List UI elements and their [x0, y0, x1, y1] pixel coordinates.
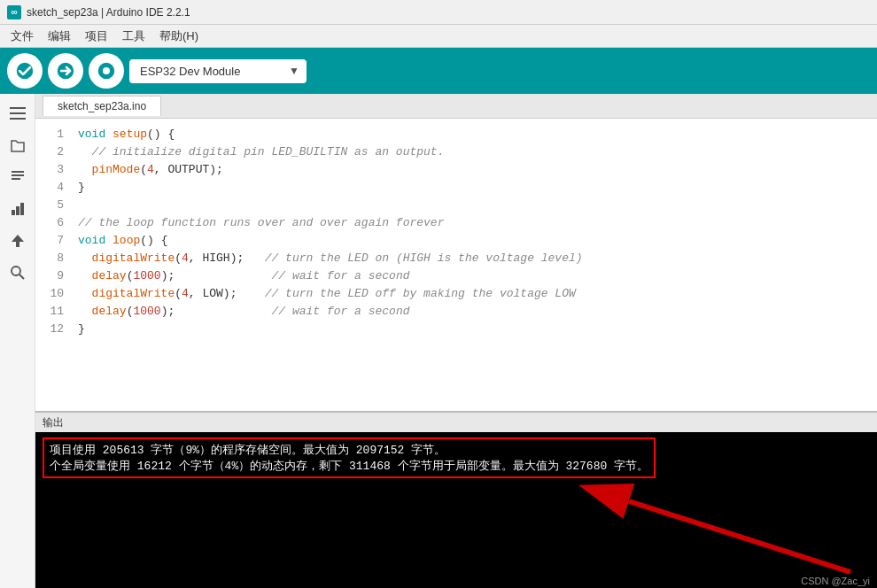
output-text-block: 项目使用 205613 字节（9%）的程序存储空间。最大值为 2097152 字… [43, 437, 656, 478]
svg-rect-7 [12, 171, 24, 173]
code-line: 6 // the loop function runs over and ove… [35, 214, 877, 232]
upload-icon [56, 61, 75, 81]
svg-point-14 [12, 267, 20, 275]
menu-bar: 文件 编辑 项目 工具 帮助(H) [0, 25, 877, 48]
code-line: 11 delay(1000); // wait for a second [35, 303, 877, 321]
svg-rect-4 [10, 107, 26, 109]
code-line: 7 void loop() { [35, 232, 877, 250]
code-line: 9 delay(1000); // wait for a second [35, 267, 877, 285]
file-tab-item[interactable]: sketch_sep23a.ino [43, 96, 161, 116]
sidebar-icon-menu[interactable] [5, 101, 30, 126]
board-select-container[interactable]: ESP32 Dev Module Arduino Uno Arduino Meg… [129, 59, 307, 83]
output-section: 输出 项目使用 205613 字节（9%）的程序存储空间。最大值为 209715… [35, 411, 877, 588]
code-editor[interactable]: 1 void setup() { 2 // initialize digital… [35, 119, 877, 411]
code-line: 5 [35, 197, 877, 214]
svg-rect-8 [12, 174, 24, 176]
debug-icon [97, 61, 116, 81]
board-select[interactable]: ESP32 Dev Module Arduino Uno Arduino Meg… [129, 59, 307, 83]
menu-project[interactable]: 项目 [78, 27, 115, 46]
sidebar-icon-files[interactable] [5, 133, 30, 158]
editor-container: sketch_sep23a.ino 1 void setup() { 2 // … [35, 94, 877, 588]
svg-rect-10 [12, 210, 15, 215]
svg-line-15 [19, 275, 24, 279]
code-line: 8 digitalWrite(4, HIGH); // turn the LED… [35, 250, 877, 267]
verify-icon [15, 61, 35, 81]
verify-button[interactable] [7, 53, 43, 89]
upload-button[interactable] [48, 53, 83, 89]
edit-icon [10, 169, 26, 185]
window-title: sketch_sep23a | Arduino IDE 2.2.1 [27, 6, 190, 19]
svg-rect-6 [10, 118, 26, 120]
debug-button[interactable] [89, 53, 124, 89]
svg-point-3 [103, 67, 110, 74]
code-line: 2 // initialize digital pin LED_BUILTIN … [35, 143, 877, 161]
sidebar-icon-chart[interactable] [5, 197, 30, 221]
menu-file[interactable]: 文件 [4, 27, 41, 46]
chart-icon [10, 201, 26, 217]
title-bar: ∞ sketch_sep23a | Arduino IDE 2.2.1 [0, 0, 877, 25]
toolbar: ESP32 Dev Module Arduino Uno Arduino Meg… [0, 48, 877, 94]
svg-marker-13 [12, 235, 24, 247]
svg-line-17 [629, 501, 850, 572]
arrow-up-icon [10, 233, 26, 249]
output-label: 输出 [43, 415, 64, 430]
folder-icon [10, 137, 26, 153]
code-line: 12 } [35, 321, 877, 338]
code-line: 10 digitalWrite(4, LOW); // turn the LED… [35, 285, 877, 303]
menu-edit[interactable]: 编辑 [41, 27, 78, 46]
file-tab-bar: sketch_sep23a.ino [35, 94, 877, 119]
sidebar-icon-upload[interactable] [5, 228, 30, 253]
code-line: 4 } [35, 179, 877, 197]
sidebar-icon-edit[interactable] [5, 165, 30, 190]
output-header: 输出 [35, 413, 877, 432]
svg-rect-5 [10, 112, 26, 114]
search-icon [10, 265, 26, 281]
svg-rect-12 [20, 203, 24, 215]
sidebar-icon-search[interactable] [5, 260, 30, 285]
code-line: 1 void setup() { [35, 126, 877, 143]
main-area: sketch_sep23a.ino 1 void setup() { 2 // … [0, 94, 877, 588]
output-line1: 项目使用 205613 字节（9%）的程序存储空间。最大值为 2097152 字… [50, 442, 648, 458]
output-line2: 个全局变量使用 16212 个字节（4%）的动态内存，剩下 311468 个字节… [50, 458, 648, 474]
watermark: CSDN @Zac_yi [801, 576, 870, 586]
svg-rect-9 [12, 178, 20, 180]
app-icon: ∞ [7, 5, 21, 19]
menu-tools[interactable]: 工具 [115, 27, 152, 46]
code-line: 3 pinMode(4, OUTPUT); [35, 161, 877, 179]
svg-rect-11 [16, 206, 19, 215]
menu-icon [10, 105, 26, 121]
sidebar [0, 94, 35, 588]
menu-help[interactable]: 帮助(H) [152, 27, 206, 46]
